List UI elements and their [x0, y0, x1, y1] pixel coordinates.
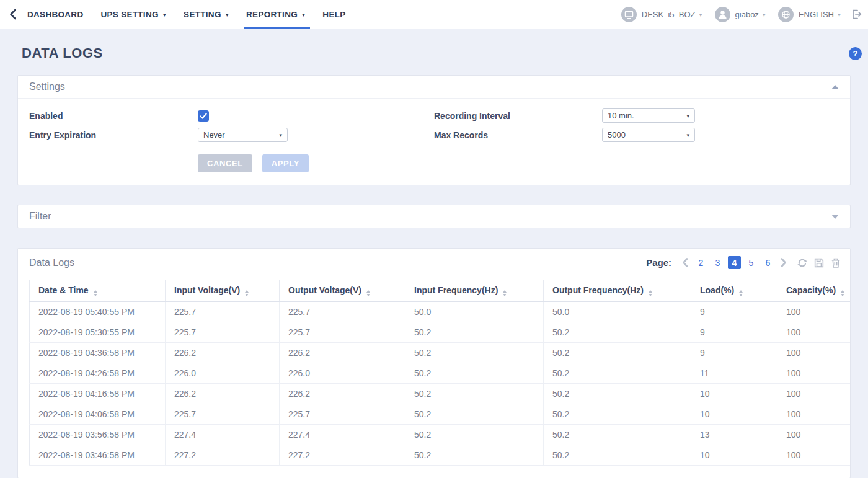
entry-expiration-select[interactable]: Never ▾ — [198, 128, 288, 142]
back-icon[interactable] — [7, 6, 22, 22]
sort-icon — [649, 290, 652, 296]
refresh-icon[interactable] — [797, 257, 808, 268]
table-cell: 50.2 — [544, 425, 691, 445]
caret-down-icon: ▾ — [763, 11, 766, 18]
nav-dashboard[interactable]: DASHBOARD — [27, 0, 83, 29]
sort-icon — [245, 290, 249, 296]
nav-label: UPS SETTING — [100, 10, 158, 19]
table-row: 2022-08-19 04:16:58 PM226.2226.250.250.2… — [30, 384, 851, 404]
save-icon[interactable] — [813, 257, 825, 268]
prev-page-icon[interactable] — [678, 258, 693, 267]
table-cell: 50.2 — [405, 363, 544, 384]
nav-reporting[interactable]: REPORTING▾ — [246, 0, 305, 29]
logout-icon[interactable] — [851, 9, 862, 20]
table-cell: 50.2 — [544, 445, 691, 466]
max-records-select[interactable]: 5000 ▾ — [602, 128, 695, 142]
expand-icon[interactable] — [831, 215, 839, 219]
nav-label: REPORTING — [246, 10, 298, 19]
nav-ups-setting[interactable]: UPS SETTING▾ — [100, 0, 166, 29]
entry-expiration-label: Entry Expiration — [29, 130, 198, 140]
user-menu[interactable]: giaboz ▾ — [715, 7, 766, 22]
apply-button[interactable]: APPLY — [262, 154, 309, 172]
entry-expiration-value: Never — [203, 130, 225, 139]
cancel-button[interactable]: CANCEL — [198, 154, 252, 172]
collapse-icon[interactable] — [831, 85, 839, 89]
delete-icon[interactable] — [830, 257, 841, 268]
datalogs-panel: Data Logs Page: 2 3 4 5 6 Dat — [17, 248, 851, 478]
datalogs-panel-title: Data Logs — [29, 257, 74, 268]
settings-panel-header[interactable]: Settings — [18, 76, 850, 99]
table-cell: 225.7 — [280, 302, 405, 322]
page-number-3[interactable]: 3 — [711, 256, 724, 269]
recording-interval-select[interactable]: 10 min. ▾ — [602, 108, 695, 123]
page-header: DATA LOGS ? — [0, 29, 868, 75]
language-label: ENGLISH — [799, 10, 834, 19]
device-menu[interactable]: DESK_i5_BOZ ▾ — [621, 7, 702, 22]
table-cell: 2022-08-19 03:46:58 PM — [30, 445, 166, 466]
caret-down-icon: ▾ — [302, 11, 305, 18]
pagination: Page: 2 3 4 5 6 — [646, 256, 841, 269]
sort-icon — [739, 290, 743, 296]
column-header[interactable]: Date & Time — [30, 280, 166, 302]
page-label: Page: — [646, 257, 671, 268]
table-cell: 2022-08-19 05:40:55 PM — [30, 302, 166, 322]
table-cell: 100 — [777, 425, 851, 445]
table-cell: 227.2 — [166, 445, 280, 466]
sort-icon — [841, 290, 844, 296]
topbar-right: DESK_i5_BOZ ▾ giaboz ▾ ENGLISH ▾ — [609, 7, 862, 22]
table-row: 2022-08-19 05:30:55 PM225.7225.750.250.2… — [30, 322, 851, 343]
table-cell: 100 — [777, 404, 851, 425]
language-menu[interactable]: ENGLISH ▾ — [778, 7, 841, 22]
table-cell: 226.2 — [166, 343, 280, 363]
table-cell: 225.7 — [166, 322, 280, 343]
table-cell: 2022-08-19 03:56:58 PM — [30, 425, 166, 445]
table-row: 2022-08-19 04:36:58 PM226.2226.250.250.2… — [30, 343, 851, 363]
user-name: giaboz — [735, 10, 759, 19]
table-cell: 50.2 — [544, 404, 691, 425]
nav-help[interactable]: HELP — [322, 0, 345, 29]
table-row: 2022-08-19 05:40:55 PM225.7225.750.050.0… — [30, 302, 851, 322]
table-cell: 50.2 — [544, 384, 691, 404]
table-cell: 50.2 — [405, 384, 544, 404]
column-header[interactable]: Input Voltage(V) — [166, 280, 280, 302]
next-page-icon[interactable] — [776, 258, 791, 267]
page-number-4-active[interactable]: 4 — [728, 256, 741, 269]
table-cell: 100 — [777, 302, 851, 322]
column-header[interactable]: Capacity(%) — [777, 280, 851, 302]
table-cell: 50.2 — [544, 322, 691, 343]
table-cell: 9 — [691, 322, 777, 343]
caret-down-icon: ▾ — [226, 11, 229, 18]
column-header[interactable]: Input Frequency(Hz) — [405, 280, 544, 302]
column-header[interactable]: Load(%) — [691, 280, 777, 302]
page-number-2[interactable]: 2 — [694, 256, 707, 269]
table-cell: 225.7 — [280, 404, 405, 425]
page-number-5[interactable]: 5 — [745, 256, 758, 269]
table-cell: 226.2 — [280, 384, 405, 404]
data-logs-table: Date & TimeInput Voltage(V)Output Voltag… — [29, 280, 850, 466]
enabled-checkbox[interactable] — [198, 110, 209, 122]
sort-icon — [503, 290, 507, 296]
max-records-label: Max Records — [434, 130, 602, 140]
table-cell: 227.4 — [280, 425, 405, 445]
caret-down-icon: ▾ — [686, 132, 689, 138]
table-cell: 100 — [777, 363, 851, 384]
table-cell: 11 — [691, 363, 777, 384]
filter-panel-title: Filter — [29, 211, 51, 222]
enabled-label: Enabled — [29, 111, 198, 121]
caret-down-icon: ▾ — [279, 132, 282, 138]
help-icon[interactable]: ? — [849, 47, 862, 60]
filter-panel-header[interactable]: Filter — [18, 205, 850, 228]
nav-setting[interactable]: SETTING▾ — [184, 0, 229, 29]
page-number-6[interactable]: 6 — [761, 256, 774, 269]
user-icon — [715, 7, 730, 22]
table-cell: 100 — [777, 445, 851, 466]
device-name: DESK_i5_BOZ — [642, 10, 696, 19]
caret-down-icon: ▾ — [838, 11, 841, 18]
table-cell: 50.2 — [405, 343, 544, 363]
column-header[interactable]: Output Voltage(V) — [280, 280, 405, 302]
table-cell: 10 — [691, 404, 777, 425]
column-header[interactable]: Output Frequency(Hz) — [544, 280, 691, 302]
table-cell: 226.0 — [280, 363, 405, 384]
table-row: 2022-08-19 04:26:58 PM226.0226.050.250.2… — [30, 363, 851, 384]
top-navigation-bar: DASHBOARD UPS SETTING▾ SETTING▾ REPORTIN… — [0, 0, 868, 29]
